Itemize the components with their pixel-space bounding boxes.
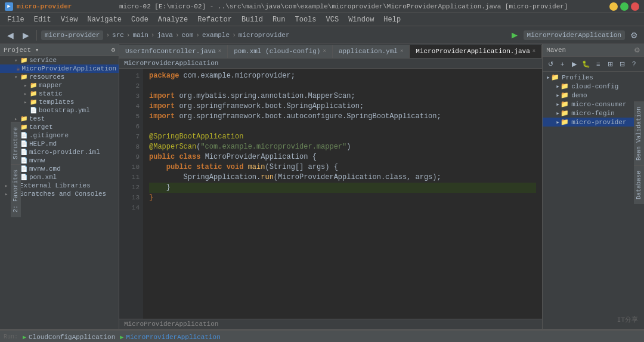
- app-name: micro-provider: [17, 3, 72, 10]
- tree-label-static: static: [39, 90, 63, 97]
- maximize-button[interactable]: [620, 2, 628, 11]
- toolbar-forward-button[interactable]: ▶: [19, 29, 32, 42]
- maven-folder-icon-cloud: 📁: [561, 82, 569, 90]
- menu-item-tools[interactable]: Tools: [290, 14, 321, 25]
- app-icon: ▶: [5, 2, 13, 11]
- menu-item-build[interactable]: Build: [237, 14, 268, 25]
- maven-expand-button[interactable]: ⊞: [605, 58, 615, 69]
- maven-item-demo[interactable]: ▸ 📁 demo: [543, 91, 644, 100]
- tree-item-resources[interactable]: ▾ 📁 resources: [0, 73, 119, 81]
- toolbar-main: main: [132, 32, 148, 39]
- tab-pomxml-cloud[interactable]: pom.xml (cloud-config) ×: [228, 45, 333, 58]
- toolbar-separator-1: [36, 30, 37, 41]
- editor-content[interactable]: 1 2 3 4 5 6 7 8 9 10 11 12 13 14 package…: [119, 69, 542, 319]
- maven-item-micro-consumer[interactable]: ▸ 📁 micro-consumer: [543, 100, 644, 109]
- project-panel-gear[interactable]: ⚙: [111, 46, 115, 54]
- tab-microprovider-app[interactable]: MicroProviderApplication.java ×: [410, 45, 542, 58]
- title-text: micro-02 [E:\micro-02] - ..\src\main\jav…: [78, 3, 609, 10]
- menu-item-analyze[interactable]: Analyze: [153, 14, 193, 25]
- menu-item-view[interactable]: View: [56, 14, 83, 25]
- maven-add-button[interactable]: +: [557, 58, 568, 69]
- tree-arrow-service: ▾: [14, 57, 20, 64]
- tab-close-microprovider[interactable]: ×: [532, 48, 535, 54]
- maven-reload-button[interactable]: ↺: [545, 58, 556, 69]
- menu-item-help[interactable]: Help: [379, 14, 405, 25]
- side-tab-database[interactable]: Database: [634, 165, 644, 204]
- tree-item-mapper[interactable]: ▸ 📁 mapper: [0, 81, 119, 90]
- tree-item-templates[interactable]: ▸ 📁 templates: [0, 98, 119, 106]
- toolbar-app-name[interactable]: micro-provider: [41, 30, 103, 40]
- left-side-tab-favorites[interactable]: 2: Favorites: [11, 164, 21, 217]
- main-layout: Project ▾ ⚙ ▾ 📁 service ☕ MicroProviderA…: [0, 44, 644, 329]
- tab-close-userinfo[interactable]: ×: [218, 48, 221, 54]
- code-line-4: import org.springframework.boot.SpringAp…: [149, 101, 536, 112]
- menu-item-code[interactable]: Code: [126, 14, 153, 25]
- run-icon-cloudconfig: ▶: [23, 334, 26, 341]
- menu-item-run[interactable]: Run: [268, 14, 290, 25]
- tree-label-target: target: [29, 124, 53, 131]
- file-icon-mvnwcmd: 📄: [20, 165, 27, 172]
- toolbar-run-button[interactable]: ▶: [508, 29, 521, 42]
- minimize-button[interactable]: [609, 2, 618, 11]
- tree-label-app: MicroProviderApplication: [22, 65, 116, 72]
- menu-item-file[interactable]: File: [2, 14, 29, 25]
- tab-label-microprovider: MicroProviderApplication.java: [416, 48, 530, 55]
- project-panel-title: Project ▾: [4, 46, 39, 54]
- tree-item-static[interactable]: ▸ 📁 static: [0, 90, 119, 98]
- breadcrumb: MicroProviderApplication: [119, 58, 542, 69]
- toolbar-run-config[interactable]: MicroProviderApplication: [524, 30, 625, 40]
- java-icon-app: ☕: [17, 65, 20, 72]
- code-editor[interactable]: package com.example.microprovider; impor…: [143, 69, 542, 319]
- maven-collapse-button[interactable]: ⊟: [617, 58, 627, 69]
- code-line-12: }: [149, 183, 536, 193]
- code-line-10: public static void main(String[] args) {: [149, 162, 536, 172]
- toolbar-src: src: [112, 32, 124, 39]
- left-side-tab-structure[interactable]: Structure: [11, 122, 21, 164]
- tree-label-test: test: [29, 115, 45, 122]
- titlebar: ▶ micro-provider micro-02 [E:\micro-02] …: [0, 0, 644, 13]
- code-line-1: package com.example.microprovider;: [149, 71, 536, 81]
- file-icon-mvnw: 📄: [20, 157, 27, 164]
- tree-label-bootstrap: bootstrap.yml: [39, 107, 90, 114]
- tab-close-pomxml-cloud[interactable]: ×: [323, 48, 326, 54]
- maven-item-profiles[interactable]: ▸ 📁 Profiles: [543, 73, 644, 82]
- maven-item-micro-provider[interactable]: ▸ 📁 micro-provider: [543, 118, 644, 127]
- editor-tabs: UserInfoController.java × pom.xml (cloud…: [119, 44, 542, 58]
- run-bar-label: Run:: [4, 334, 18, 340]
- maven-item-micro-fegin[interactable]: ▸ 📁 micro-fegin: [543, 109, 644, 118]
- toolbar-path-sep-1: ›: [106, 32, 110, 39]
- menu-item-window[interactable]: Window: [343, 14, 379, 25]
- maven-folder-icon-consumer: 📁: [561, 100, 569, 108]
- maven-help-button[interactable]: ?: [628, 58, 639, 69]
- maven-settings-button[interactable]: ⚙: [634, 46, 640, 54]
- close-button[interactable]: [631, 2, 639, 11]
- left-side-tabs: Structure 2: Favorites: [11, 122, 21, 217]
- menu-item-edit[interactable]: Edit: [29, 14, 56, 25]
- folder-icon-templates: 📁: [30, 98, 37, 106]
- tree-item-bootstrap[interactable]: 📄 bootstrap.yml: [0, 106, 119, 115]
- toolbar-settings-button[interactable]: ⚙: [627, 29, 640, 42]
- maven-toggle-button[interactable]: ≡: [593, 58, 603, 69]
- tab-userinfo[interactable]: UserInfoController.java ×: [119, 45, 228, 58]
- toolbar-back-button[interactable]: ◀: [4, 29, 17, 42]
- run-tab-cloudconfig[interactable]: ▶ CloudConfigApplication: [23, 334, 115, 341]
- side-tab-bean-validation[interactable]: Bean Validation: [634, 101, 644, 165]
- toolbar: ◀ ▶ micro-provider › src › main › java ›…: [0, 26, 644, 44]
- code-line-3: import org.mybatis.spring.annotation.Map…: [149, 91, 536, 101]
- run-tab-label-microprovider: MicroProviderApplication: [126, 334, 220, 341]
- run-tab-microprovider[interactable]: ▶ MicroProviderApplication: [120, 334, 220, 341]
- run-icon-microprovider: ▶: [120, 334, 123, 341]
- tab-application-yml[interactable]: application.yml ×: [333, 45, 410, 58]
- menu-item-navigate[interactable]: Navigate: [82, 14, 126, 25]
- tab-close-application-yml[interactable]: ×: [400, 48, 403, 54]
- maven-item-cloud-config[interactable]: ▸ 📁 cloud-config: [543, 82, 644, 91]
- code-line-2: [149, 81, 536, 91]
- maven-run-button[interactable]: ▶: [569, 58, 580, 69]
- maven-folder-icon-fegin: 📁: [561, 109, 569, 117]
- tree-label-resources: resources: [29, 73, 64, 81]
- maven-debug-button[interactable]: 🐛: [581, 58, 592, 69]
- menu-item-refactor[interactable]: Refactor: [193, 14, 237, 25]
- tree-item-microprovider-app[interactable]: ☕ MicroProviderApplication: [0, 64, 119, 73]
- tree-item-service[interactable]: ▾ 📁 service: [0, 56, 119, 64]
- menu-item-vcs[interactable]: VCS: [321, 14, 344, 25]
